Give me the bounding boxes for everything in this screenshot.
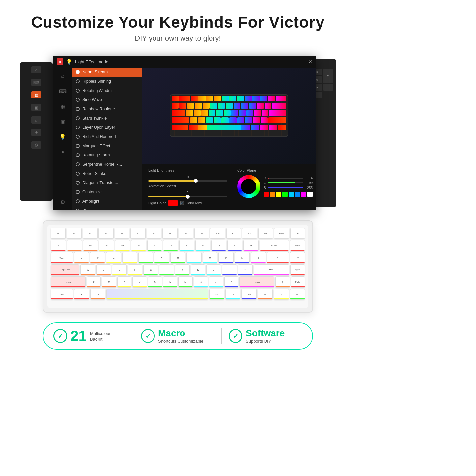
effect-item-6[interactable]: Layer Upon Layer [72,123,142,132]
period-key[interactable]: .> [209,276,223,288]
rctrl-key[interactable]: Ctrl [241,289,257,300]
r-key[interactable]: R [122,252,137,263]
i-key[interactable]: I [186,252,202,263]
f8-key[interactable]: F8 [179,228,193,239]
f5-key[interactable]: F5 [130,228,145,239]
fn-key[interactable]: Fn [225,289,240,300]
lalt-key[interactable]: Alt [90,289,105,300]
end-key[interactable]: End [290,252,305,263]
color-swatch-1[interactable] [270,192,275,197]
color-wheel[interactable] [237,175,260,198]
lbracket-key[interactable]: [{ [235,252,250,263]
color-swatch-4[interactable] [289,192,294,197]
space-key[interactable] [106,289,209,300]
9-key[interactable]: 9( [195,240,210,251]
f11-key[interactable]: F11 [226,228,241,239]
3-key[interactable]: 3# [99,240,114,251]
sidebar-image-icon[interactable]: ▣ [58,117,67,126]
d-key[interactable]: D [112,264,127,275]
brightness-slider-track[interactable] [148,180,227,182]
enter-key[interactable]: Enter→ [254,264,290,275]
rshift-key[interactable]: ⇧Shift [239,276,274,288]
color-swatch-2[interactable] [276,192,281,197]
right-key[interactable]: → [290,289,305,300]
numpad-key[interactable]: . [323,84,333,91]
sidebar-keyboard-icon[interactable]: ⌨ [58,87,67,96]
color-mix-checkbox[interactable] [180,201,184,205]
tab-key[interactable]: Tab⇥ [51,252,73,263]
comma-key[interactable]: ,< [194,276,208,288]
pause-key[interactable]: Pause [274,228,289,239]
effect-item-8[interactable]: Marquee Effect [72,141,142,151]
effect-item-15[interactable]: Streamer [72,206,142,210]
a-key[interactable]: A [80,264,95,275]
color-swatch-5[interactable] [295,192,300,197]
brightness-slider-thumb[interactable] [194,179,198,183]
1-key[interactable]: 1! [67,240,82,251]
backslash-key[interactable]: \| [267,252,289,263]
sidebar-grid-icon[interactable]: ▦ [58,102,67,111]
r-slider-track[interactable] [268,178,303,179]
effect-item-5[interactable]: Stars Twinkle [72,114,142,123]
sidebar-home-icon[interactable]: ⌂ [58,71,67,81]
speed-slider-track[interactable] [148,196,227,197]
g-slider-track[interactable] [268,182,303,183]
6-key[interactable]: 6^ [147,240,162,251]
l-key[interactable]: L [206,264,221,275]
effect-item-4[interactable]: Rainbow Roulette [72,104,142,114]
minimize-button[interactable]: — [300,59,304,64]
z-key[interactable]: Z [87,276,101,288]
quote-key[interactable]: '" [238,264,253,275]
esc-key[interactable]: Esc [51,228,66,239]
j-key[interactable]: J [175,264,190,275]
f10-key[interactable]: F10 [210,228,225,239]
0-key[interactable]: 0) [211,240,227,251]
f-key[interactable]: F [128,264,143,275]
o-key[interactable]: O [203,252,218,263]
down-key[interactable]: ↓ [274,289,289,300]
sidebar-light-icon[interactable]: 💡 [58,132,67,141]
color-swatch-3[interactable] [282,192,288,197]
2-key[interactable]: 2@ [83,240,98,251]
t-key[interactable]: T [138,252,154,263]
h-key[interactable]: H [159,264,174,275]
y-key[interactable]: Y [154,252,169,263]
p-key[interactable]: P [218,252,234,263]
effect-item-0[interactable]: Neon_Stream [72,68,142,77]
5-key[interactable]: 5% [131,240,146,251]
s-key[interactable]: S [96,264,111,275]
sidebar-settings-icon[interactable]: ⚙ [58,197,67,207]
f1-key[interactable]: F1 [67,228,81,239]
f4-key[interactable]: F4 [115,228,129,239]
lshift-key[interactable]: ⇧Shift [51,276,86,288]
lctrl-key[interactable]: Ctrl [51,289,73,300]
slash-key[interactable]: /? [224,276,238,288]
f12-key[interactable]: F12 [242,228,257,239]
g-key[interactable]: G [143,264,158,275]
8-key[interactable]: 8* [179,240,194,251]
effect-item-7[interactable]: Rich And Honored [72,132,142,141]
pgup-key[interactable]: PgUp [290,264,305,275]
f6-key[interactable]: F6 [147,228,161,239]
v-key[interactable]: V [132,276,147,288]
w-key[interactable]: W [90,252,105,263]
effect-item-11[interactable]: Retro_Snake [72,169,142,178]
effect-item-2[interactable]: Rotating Windmill [72,86,142,95]
effect-item-9[interactable]: Rotating Storm [72,151,142,160]
semicolon-key[interactable]: ;: [222,264,237,275]
color-swatch-6[interactable] [301,192,306,197]
color-swatch-0[interactable] [264,192,269,197]
left-key[interactable]: ← [258,289,273,300]
m-key[interactable]: M [178,276,192,288]
effect-item-1[interactable]: Ripples Shining [72,77,142,86]
e-key[interactable]: E [106,252,121,263]
q-key[interactable]: Q [74,252,89,263]
pgdn-key[interactable]: PgDn [291,276,305,288]
speed-slider-thumb[interactable] [186,195,190,199]
effect-item-14[interactable]: Ambilight [72,197,142,206]
7-key[interactable]: 7& [163,240,178,251]
n-key[interactable]: N [163,276,177,288]
f9-key[interactable]: F9 [194,228,209,239]
effect-item-10[interactable]: Serpentine Horse R... [72,160,142,169]
prtsc-key[interactable]: PrtSc [258,228,273,239]
